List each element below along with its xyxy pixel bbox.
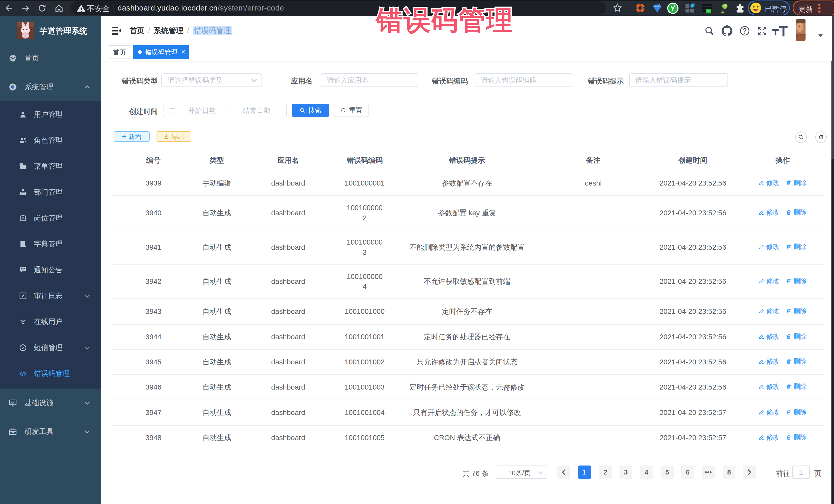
- svg-text:错误码管理: 错误码管理: [375, 5, 513, 35]
- svg-text:on: on: [706, 9, 710, 13]
